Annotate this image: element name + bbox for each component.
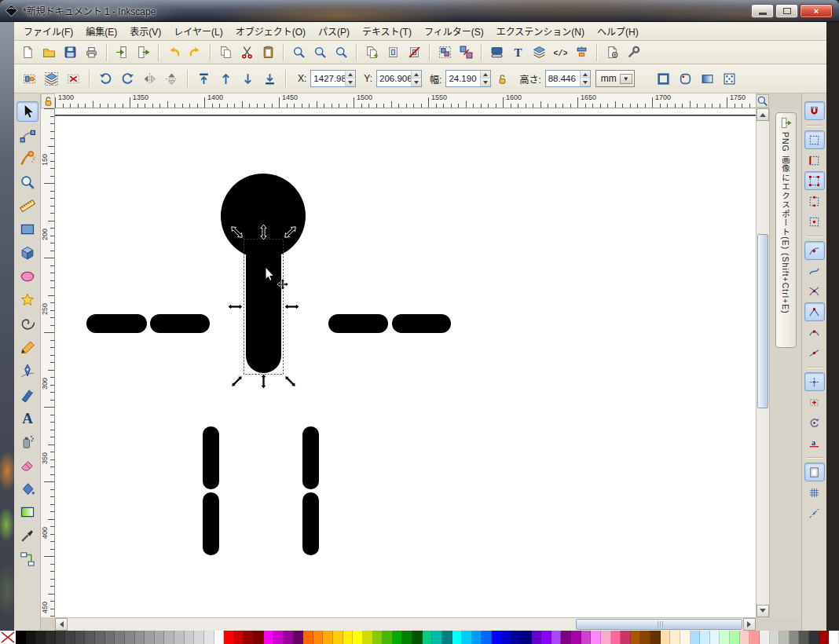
undo-button[interactable] xyxy=(163,42,184,63)
raise-to-top-button[interactable] xyxy=(193,68,214,89)
shape-right-arm-outer[interactable] xyxy=(392,314,451,333)
redo-button[interactable] xyxy=(185,42,205,63)
palette-color-17[interactable] xyxy=(185,631,195,644)
palette-color-68[interactable] xyxy=(691,631,701,644)
shape-right-leg-upper[interactable] xyxy=(302,426,319,489)
selection-scale-handle[interactable] xyxy=(284,304,299,309)
tool-gradient[interactable] xyxy=(16,502,38,522)
menu-filters[interactable]: フィルター(S) xyxy=(418,22,490,40)
snap-rotation-centers-button[interactable] xyxy=(804,413,825,432)
minimize-button[interactable] xyxy=(751,4,774,18)
tool-pencil[interactable] xyxy=(16,337,38,357)
menu-view[interactable]: 表示(V) xyxy=(123,22,167,40)
palette-color-16[interactable] xyxy=(174,631,185,644)
affect-patterns-button[interactable] xyxy=(720,68,740,89)
tool-dropper[interactable] xyxy=(16,525,38,546)
snap-text-baselines-button[interactable] xyxy=(804,434,825,452)
scroll-left-button[interactable] xyxy=(55,618,68,631)
palette-color-79[interactable] xyxy=(799,631,809,644)
snap-paths-button[interactable] xyxy=(804,262,825,280)
palette-color-33[interactable] xyxy=(343,631,354,644)
palette-color-21[interactable] xyxy=(224,631,234,644)
affect-stroke-width-button[interactable] xyxy=(654,68,674,89)
shape-left-leg-lower[interactable] xyxy=(203,492,219,555)
palette-color-63[interactable] xyxy=(640,631,650,644)
palette-color-44[interactable] xyxy=(452,631,463,644)
new-document-button[interactable] xyxy=(17,42,38,63)
palette-color-34[interactable] xyxy=(353,631,363,644)
selection-scale-handle[interactable] xyxy=(283,374,298,389)
palette-color-72[interactable] xyxy=(730,631,740,644)
ungroup-button[interactable] xyxy=(456,42,476,63)
duplicate-button[interactable] xyxy=(361,42,382,63)
snap-bbox-corners-button[interactable] xyxy=(804,171,825,190)
scroll-up-button[interactable] xyxy=(757,108,769,121)
palette-color-18[interactable] xyxy=(194,631,204,644)
palette-color-81[interactable] xyxy=(819,631,830,644)
open-document-button[interactable] xyxy=(38,42,59,63)
palette-color-53[interactable] xyxy=(541,631,551,644)
text-dialog-button[interactable] xyxy=(507,42,528,63)
shape-torso[interactable] xyxy=(246,240,281,373)
palette-color-66[interactable] xyxy=(670,631,680,644)
shape-right-arm-inner[interactable] xyxy=(328,314,388,333)
tool-spiral[interactable] xyxy=(16,313,38,334)
palette-color-67[interactable] xyxy=(680,631,691,644)
horizontal-scrollbar[interactable] xyxy=(55,617,756,631)
palette-color-76[interactable] xyxy=(770,631,780,644)
rotate-90-ccw-button[interactable] xyxy=(95,68,115,89)
rotate-90-cw-button[interactable] xyxy=(117,68,137,89)
palette-color-61[interactable] xyxy=(621,631,631,644)
import-button[interactable] xyxy=(112,42,132,63)
palette-color-47[interactable] xyxy=(482,631,492,644)
zoom-to-selection-button[interactable] xyxy=(288,42,309,63)
unlink-clone-button[interactable] xyxy=(404,42,424,63)
fill-stroke-dialog-button[interactable] xyxy=(486,42,507,63)
tool-zoom[interactable] xyxy=(16,172,38,192)
palette-color-15[interactable] xyxy=(164,631,174,644)
palette-color-1[interactable] xyxy=(26,631,36,644)
paste-button[interactable] xyxy=(258,42,278,63)
y-input[interactable]: 206.906 xyxy=(376,70,422,87)
palette-color-2[interactable] xyxy=(35,631,46,644)
export-button[interactable] xyxy=(133,42,153,63)
snap-path-intersections-button[interactable] xyxy=(804,282,825,301)
cut-button[interactable] xyxy=(236,42,257,63)
scroll-down-button[interactable] xyxy=(757,605,769,617)
snap-nodes-button[interactable] xyxy=(804,241,825,260)
palette-color-57[interactable] xyxy=(581,631,592,644)
snap-bbox-edge-midpoints-button[interactable] xyxy=(804,192,825,210)
palette-color-65[interactable] xyxy=(661,631,671,644)
horizontal-scroll-thumb[interactable] xyxy=(576,619,742,630)
deselect-button[interactable] xyxy=(63,68,83,89)
palette-color-75[interactable] xyxy=(760,631,770,644)
palette-color-73[interactable] xyxy=(740,631,750,644)
x-input[interactable]: 1427.98 xyxy=(310,70,356,87)
palette-color-46[interactable] xyxy=(472,631,482,644)
palette-color-7[interactable] xyxy=(85,631,95,644)
tool-rectangle[interactable] xyxy=(16,219,38,240)
palette-color-9[interactable] xyxy=(105,631,115,644)
palette-color-8[interactable] xyxy=(95,631,105,644)
tool-connector[interactable] xyxy=(16,549,38,569)
sticky-zoom-button[interactable] xyxy=(756,94,769,108)
affect-gradients-button[interactable] xyxy=(698,68,718,89)
snap-other-points-button[interactable] xyxy=(804,372,825,391)
palette-color-56[interactable] xyxy=(571,631,581,644)
palette-color-14[interactable] xyxy=(155,631,165,644)
selection-scale-handle[interactable] xyxy=(229,374,244,389)
palette-color-42[interactable] xyxy=(432,631,442,644)
zoom-to-drawing-button[interactable] xyxy=(310,42,330,63)
palette-color-26[interactable] xyxy=(273,631,284,644)
flip-horizontal-button[interactable] xyxy=(139,68,159,89)
palette-color-29[interactable] xyxy=(303,631,313,644)
palette-color-49[interactable] xyxy=(502,631,512,644)
palette-color-27[interactable] xyxy=(284,631,294,644)
tool-spray[interactable] xyxy=(16,431,38,452)
affect-corners-button[interactable] xyxy=(676,68,696,89)
palette-color-78[interactable] xyxy=(790,631,800,644)
vertical-scrollbar[interactable] xyxy=(756,108,769,617)
height-spinner[interactable] xyxy=(580,71,590,86)
align-dialog-button[interactable] xyxy=(571,42,592,63)
raise-button[interactable] xyxy=(215,68,236,89)
